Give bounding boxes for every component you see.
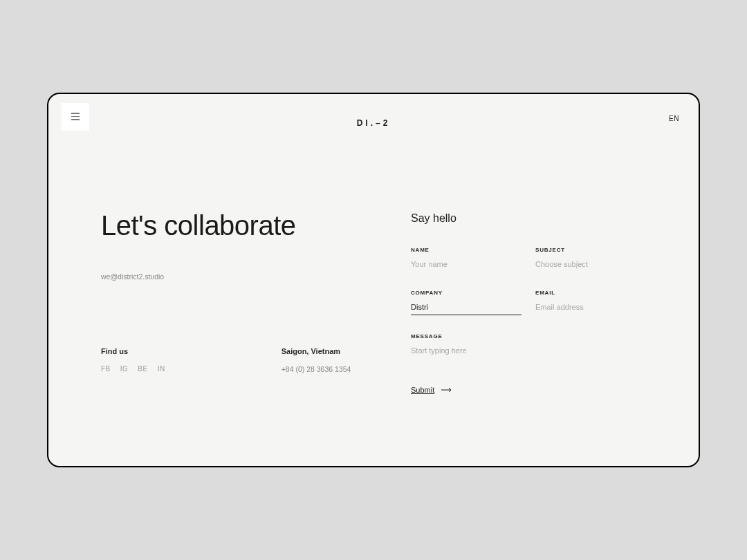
social-ig[interactable]: IG — [120, 365, 129, 373]
form-grid: NAME SUBJECT COMPANY EMAIL — [411, 247, 646, 315]
menu-button[interactable] — [62, 103, 89, 131]
subject-input[interactable] — [535, 260, 646, 272]
message-input[interactable] — [411, 346, 646, 358]
phone-number[interactable]: +84 (0) 28 3636 1354 — [282, 365, 351, 373]
location-column: Saigon, Vietnam +84 (0) 28 3636 1354 — [282, 347, 351, 373]
subject-field-wrap: SUBJECT — [535, 247, 646, 272]
findus-column: Find us FB IG BE IN — [101, 347, 165, 373]
page-title: Let's collaborate — [101, 210, 383, 241]
left-column: Let's collaborate we@district2.studio — [101, 210, 411, 466]
company-field-wrap: COMPANY — [411, 290, 522, 315]
findus-heading: Find us — [101, 347, 165, 355]
email-field-wrap: EMAIL — [535, 290, 646, 315]
location-heading: Saigon, Vietnam — [282, 347, 351, 355]
name-input[interactable] — [411, 260, 522, 272]
name-field-wrap: NAME — [411, 247, 522, 272]
message-label: MESSAGE — [411, 333, 646, 339]
hamburger-icon — [71, 113, 80, 120]
social-be[interactable]: BE — [138, 365, 147, 373]
language-switch[interactable]: EN — [669, 115, 679, 122]
social-fb[interactable]: FB — [101, 365, 111, 373]
footer-info: Find us FB IG BE IN Saigon, Vietnam +84 … — [101, 347, 351, 373]
submit-label: Submit — [411, 386, 434, 394]
logo: DI.–2 — [357, 118, 391, 128]
email-input[interactable] — [535, 303, 646, 315]
social-links: FB IG BE IN — [101, 365, 165, 373]
message-field-wrap: MESSAGE — [411, 333, 646, 358]
arrow-right-icon — [441, 387, 452, 393]
subject-label: SUBJECT — [535, 247, 646, 253]
form-title: Say hello — [411, 212, 646, 225]
app-window: DI.–2 EN Let's collaborate we@district2.… — [47, 93, 700, 467]
email-label: EMAIL — [535, 290, 646, 296]
company-label: COMPANY — [411, 290, 522, 296]
social-in[interactable]: IN — [158, 365, 165, 373]
contact-email[interactable]: we@district2.studio — [101, 272, 383, 281]
contact-form: Say hello NAME SUBJECT COMPANY EMAIL — [411, 210, 646, 466]
name-label: NAME — [411, 247, 522, 253]
header: DI.–2 EN — [48, 94, 699, 133]
content: Let's collaborate we@district2.studio Sa… — [101, 210, 646, 466]
company-input[interactable] — [411, 303, 522, 315]
submit-button[interactable]: Submit — [411, 386, 646, 394]
